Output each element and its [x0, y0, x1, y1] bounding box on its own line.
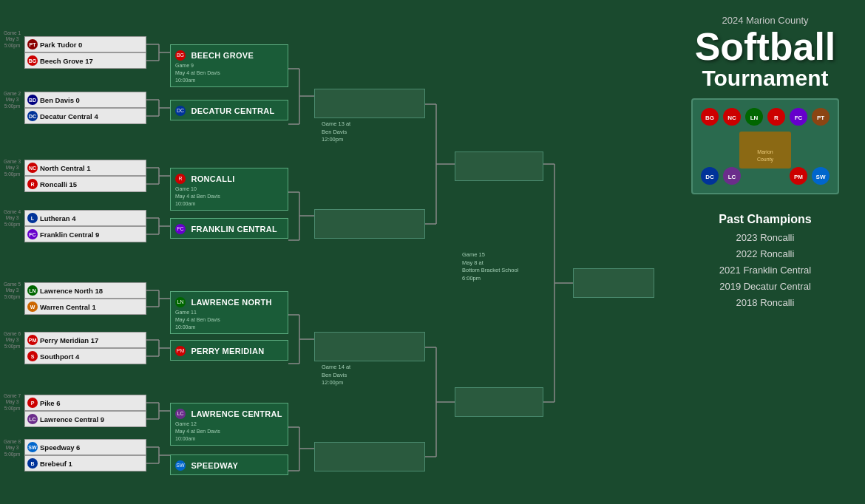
game13-note: Game 13 at Ben Davis 12:00pm: [322, 120, 350, 144]
r4-slot-bot: [455, 387, 543, 417]
title-year: 2024 Marion County: [722, 15, 808, 26]
team-brebeuf: B Brebeuf 1: [24, 455, 146, 471]
title-event: Tournament: [702, 66, 828, 91]
svg-text:BG: BG: [705, 115, 714, 121]
adv-franklin-central: FC FRANKLIN CENTRAL: [170, 218, 288, 239]
r4-slot-top: [455, 151, 543, 181]
bracket-area: Game 1May 35:00pm PT Park Tudor 0 BG Bee…: [4, 4, 647, 500]
team-speedway: SW Speedway 6: [24, 439, 146, 455]
svg-text:DC: DC: [705, 174, 714, 180]
title-sport: Softball: [695, 27, 836, 66]
team-ben-davis: BD Ben Davis 0: [24, 92, 146, 108]
svg-text:County: County: [757, 157, 774, 163]
team-pike: P Pike 6: [24, 395, 146, 411]
game-label-2: Game 2May 35:00pm: [4, 91, 21, 109]
r3-slot-top-a: [314, 89, 425, 118]
r3-slot-top-b: [314, 209, 425, 239]
bracket-diagram: BG NC LN R FC PT Marion County DC LC PM …: [691, 98, 839, 194]
game-label-3: Game 3May 35:00pm: [4, 159, 21, 177]
game14-note: Game 14 at Ben Davis 12:00pm: [322, 364, 350, 387]
past-champions-title: Past Champions: [719, 213, 811, 226]
adv-lawrence-north: LN LAWRENCE NORTH Game 11 May 4 at Ben D…: [170, 291, 288, 334]
team-warren-central: W Warren Central 1: [24, 299, 146, 315]
svg-text:SW: SW: [816, 174, 826, 180]
r3-slot-bot-b: [314, 442, 425, 471]
adv-lawrence-central: LC LAWRENCE CENTRAL Game 12 May 4 at Ben…: [170, 403, 288, 446]
team-franklin-central: FC Franklin Central 9: [24, 226, 146, 242]
game-label-7: Game 7May 35:00pm: [4, 393, 21, 412]
final-slot: [573, 268, 654, 298]
game-label-8: Game 8May 35:00pm: [4, 439, 21, 457]
adv-decatur-central: DC DECATUR CENTRAL: [170, 100, 288, 120]
adv-roncalli: R RONCALLI Game 10 May 4 at Ben Davis 10…: [170, 168, 288, 211]
r3-slot-bot-a: [314, 332, 425, 361]
past-champions: Past Champions 2023 Roncalli2022 Roncall…: [719, 213, 811, 311]
adv-speedway: SW SPEEDWAY: [170, 454, 288, 475]
team-roncalli: R Roncalli 15: [24, 176, 146, 192]
svg-text:LN: LN: [750, 115, 759, 121]
adv-perry-meridian: PM PERRY MERIDIAN: [170, 340, 288, 361]
game-label-6: Game 6May 35:00pm: [4, 331, 21, 350]
svg-text:R: R: [774, 115, 778, 121]
right-panel: 2024 Marion County Softball Tournament B…: [665, 0, 865, 504]
adv-beech-grove: BG BEECH GROVE Game 9 May 4 at Ben Davis…: [170, 44, 288, 87]
svg-text:Marion: Marion: [757, 149, 773, 154]
team-southport: S Southport 4: [24, 348, 146, 364]
team-lawrence-north: LN Lawrence North 18: [24, 282, 146, 299]
team-decatur-central: DC Decatur Central 4: [24, 108, 146, 124]
team-beech-grove: BG Beech Grove 17: [24, 52, 146, 69]
team-lawrence-central: LC Lawrence Central 9: [24, 411, 146, 427]
past-champions-list: 2023 Roncalli2022 Roncalli2021 Franklin …: [719, 230, 811, 311]
game-label-4: Game 4May 35:00pm: [4, 209, 21, 228]
team-perry-meridian: PM Perry Meridian 17: [24, 332, 146, 348]
svg-text:LC: LC: [728, 174, 736, 180]
svg-text:FC: FC: [795, 115, 803, 121]
team-park-tudor: PT Park Tudor 0: [24, 36, 146, 52]
svg-text:NC: NC: [727, 115, 736, 121]
team-lutheran: L Lutheran 4: [24, 210, 146, 226]
svg-text:PM: PM: [794, 174, 803, 180]
svg-text:PT: PT: [817, 115, 824, 121]
game-label-5: Game 5May 35:00pm: [4, 282, 21, 300]
game-label-1: Game 1May 35:00pm: [4, 30, 21, 49]
game15-note: Game 15 May 8 at Bottom Bracket School 6…: [462, 251, 518, 282]
team-north-central: NC North Central 1: [24, 160, 146, 176]
